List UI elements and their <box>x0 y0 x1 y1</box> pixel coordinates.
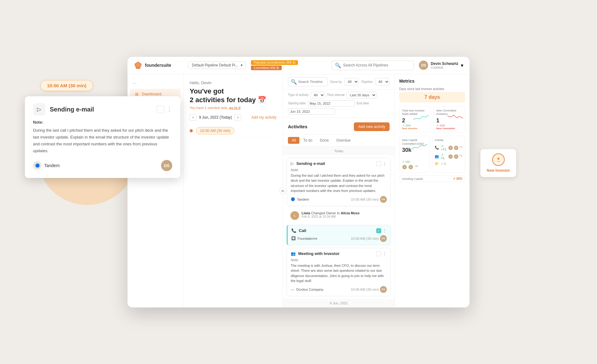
email-checkbox[interactable] <box>376 161 381 166</box>
owner-change-detail: Liwia Changed Owner to Alicia Moss <box>302 211 360 215</box>
popup-activity-icon: ▷ <box>33 103 45 116</box>
meeting-more-button[interactable]: ⋮ <box>382 251 387 256</box>
meeting-card-footer: — Ocrolus Company 10:00 AM (30 min) DS <box>291 286 387 293</box>
email-more-button[interactable]: ⋮ <box>382 161 387 166</box>
capital-avatar-1: A <box>402 165 407 170</box>
interval-select[interactable]: Last 30 days <box>346 92 377 98</box>
email-company-name: Tandem <box>297 198 309 201</box>
overdue-link[interactable]: go to it <box>229 106 241 110</box>
search-input[interactable] <box>343 63 410 67</box>
meeting-title: Meeting with Investor <box>298 251 374 256</box>
user-company: Codeleat <box>431 66 458 69</box>
activities-title: Activites <box>288 124 308 129</box>
popup-title: Sending e-mail <box>50 106 152 113</box>
ma1: C <box>448 154 453 159</box>
meeting-time-text: 10:00 AM (30 min) <box>351 288 379 291</box>
days-since-label: Days since last Investor activites <box>399 87 465 91</box>
meeting-avatars: C D +2 <box>448 154 462 159</box>
email-note-label: Note: <box>291 168 387 172</box>
activity-card-call: 📞 Call ✓ ⋮ 🔲 Foundaterrre <box>287 225 391 245</box>
right-column: Metrics Days since last Investor activit… <box>395 74 470 307</box>
sidebar-back-button[interactable]: ← <box>127 79 183 88</box>
logo-text: foundersuite <box>145 63 171 68</box>
meeting-time: 10:00 AM (30 min) DS <box>351 286 387 293</box>
call-actions: ✓ ⋮ <box>376 228 387 233</box>
filter-tab-todo[interactable]: To do <box>299 137 316 144</box>
global-search[interactable]: 🔍 <box>331 61 414 70</box>
popup-note-label: Note: <box>33 120 172 125</box>
search-icon: 🔍 <box>335 62 341 68</box>
pa2: B <box>454 145 459 150</box>
meeting-company: — Ocrolus Company <box>291 288 323 291</box>
pipeline-badges: Potential commitments (80k $) Committed … <box>251 60 326 70</box>
add-my-activity-link[interactable]: Add my activity <box>251 115 276 120</box>
dashboard-icon: ⊞ <box>135 92 139 97</box>
capital-activity-grid: New Capital Committed (USD) 30k ↗ 150 <box>399 136 465 172</box>
meeting-checkbox[interactable] <box>376 251 381 256</box>
pipeline-filter-select[interactable]: All <box>375 78 390 85</box>
interval-label: Time interval <box>327 93 345 97</box>
timeline-search-icon: 🔍 <box>291 79 297 85</box>
call-more-button[interactable]: ⋮ <box>382 228 387 233</box>
user-name: Devin Schwartz <box>431 61 458 66</box>
including-label: Including Capital <box>402 177 423 180</box>
logo-icon <box>134 61 142 70</box>
start-date-label: Starting date <box>288 102 306 105</box>
call-time-text: 10:00 AM (30 min) <box>351 237 379 240</box>
popup-card: ▷ Sending e-mail ⋮ Note: During the last… <box>25 96 180 178</box>
new-investor-icon <box>492 153 505 166</box>
filter-tab-all[interactable]: All <box>288 137 299 144</box>
activity-row-meeting: 👥 ↗ +5 C D +2 <box>435 152 462 161</box>
popup-checkbox[interactable] <box>157 106 164 113</box>
activity-card-email-header: ▷ Sending e-mail ⋮ <box>291 161 387 166</box>
done-by-select[interactable]: All <box>344 78 359 85</box>
start-date-input[interactable] <box>308 100 355 107</box>
next-date-button[interactable]: > <box>234 114 241 121</box>
activity-time-badge: 10:00 AM (30 min) <box>196 127 234 134</box>
including-capital-row: Including Capital ↗ 30% <box>399 175 465 182</box>
expand-toggle-button[interactable]: ≪ <box>279 187 286 194</box>
app-window: foundersuite Default Pipeline Default Pi… <box>127 57 470 307</box>
end-date-input[interactable] <box>288 108 335 115</box>
timeline-search[interactable]: 🔍 <box>288 77 328 86</box>
meeting-company-name: Ocrolus Company <box>296 288 323 291</box>
call-checkbox[interactable]: ✓ <box>376 228 381 233</box>
end-date-label: End date <box>357 102 369 105</box>
including-value: ↗ 30% <box>453 177 462 180</box>
filter-tab-done[interactable]: Done <box>316 137 333 144</box>
call-company: 🔲 Foundaterrre <box>291 236 317 240</box>
call-activity-icon: 📞 <box>291 228 296 233</box>
phone-icon: 📞 <box>435 146 439 150</box>
prev-date-button[interactable]: < <box>190 114 197 121</box>
activity-row-phone: 📞 ↗ +72 A B +2 <box>435 143 462 152</box>
add-new-activity-button[interactable]: Add new activity <box>354 122 390 131</box>
filter-row: Type of activity All Time interval Last … <box>283 90 395 118</box>
logo-area: foundersuite <box>134 61 183 70</box>
filter-tab-overdue[interactable]: Overdue <box>332 137 354 144</box>
popup-more-button[interactable]: ⋮ <box>167 106 172 113</box>
call-title: Call <box>299 228 374 233</box>
liwia-avatar: L <box>290 211 299 220</box>
meeting-card-header: 👥 Meeting with Investor ⋮ <box>291 251 387 256</box>
activity-row-doc: 📁 ✓ 0 <box>435 161 462 167</box>
user-area: DS Devin Schwartz Codeleat ▾ <box>419 61 463 70</box>
content-area: Hello, Devin You've got 2 activities for… <box>183 74 470 307</box>
activity-metrics-card: Activity 📞 ↗ +72 A B +2 <box>432 136 465 172</box>
timeline-search-input[interactable] <box>298 80 325 84</box>
call-time: 10:00 AM (30 min) DS <box>351 235 387 242</box>
main-title: You've got 2 activities for today 📅 <box>190 87 276 105</box>
email-note-text: During the last call I pitched them and … <box>291 173 387 193</box>
owner-change-date: Feb 9, 2022 at 10:34 AM <box>302 215 360 218</box>
activities-header: Activites Add new activity <box>283 118 395 134</box>
pipeline-dropdown[interactable]: Default Pipeline Default Pi... ▾ <box>188 61 246 69</box>
email-card-footer: 🔵 Tandem 10:00 AM (30 min) DS <box>291 196 387 203</box>
tandem-company-icon: 🔵 <box>33 161 42 170</box>
new-leads-trend: ↗ 10% <box>402 124 428 127</box>
committed-trend: ↗ 10% <box>436 124 462 127</box>
date-group-jun8: 8 Jun, 2022 <box>283 299 395 307</box>
popup-note-text: During the last call I pitched them and … <box>33 127 172 154</box>
new-leads-card: Total new Investor leads added 2 ↗ 10% N… <box>399 106 431 133</box>
type-select[interactable]: All <box>310 92 325 98</box>
ma2: D <box>454 154 459 159</box>
committed-sub: New Committed <box>436 127 462 130</box>
